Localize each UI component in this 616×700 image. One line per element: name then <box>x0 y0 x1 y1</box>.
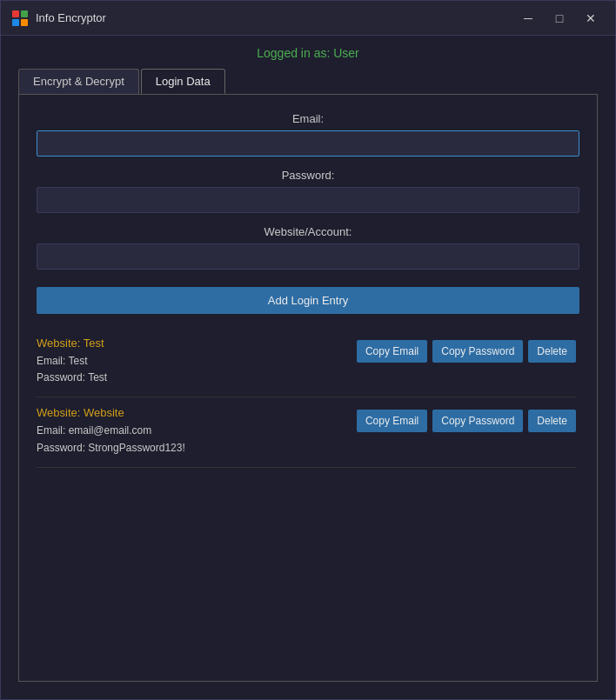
add-login-entry-button[interactable]: Add Login Entry <box>37 287 579 314</box>
app-window: Info Encryptor ─ □ ✕ Logged in as: User … <box>0 0 616 700</box>
minimize-button[interactable]: ─ <box>514 8 542 29</box>
entries-list: Website: Test Email: Test Password: Test… <box>37 328 579 663</box>
table-row: Website: Website Email: email@email.com … <box>37 397 576 467</box>
copy-email-button[interactable]: Copy Email <box>357 340 427 363</box>
content-area: Logged in as: User Encrypt & Decrypt Log… <box>1 36 615 699</box>
email-group: Email: <box>37 112 579 157</box>
website-input[interactable] <box>37 243 579 270</box>
tab-login-data[interactable]: Login Data <box>141 69 225 94</box>
window-controls: ─ □ ✕ <box>514 8 605 29</box>
copy-email-button[interactable]: Copy Email <box>357 410 427 432</box>
entry-email: Email: email@email.com <box>37 423 346 439</box>
table-row: Website: Test Email: Test Password: Test… <box>37 328 576 397</box>
email-input[interactable] <box>37 130 579 157</box>
entry-actions: Copy Email Copy Password Delete <box>357 337 576 363</box>
app-icon <box>11 10 29 27</box>
entry-website: Website: Test <box>37 337 346 350</box>
title-bar: Info Encryptor ─ □ ✕ <box>1 1 615 36</box>
entry-info: Website: Website Email: email@email.com … <box>37 406 346 456</box>
delete-button[interactable]: Delete <box>528 340 576 363</box>
website-group: Website/Account: <box>37 225 579 270</box>
tab-bar: Encrypt & Decrypt Login Data <box>18 69 598 94</box>
logged-in-status: Logged in as: User <box>18 36 598 69</box>
close-button[interactable]: ✕ <box>577 8 605 29</box>
entry-actions: Copy Email Copy Password Delete <box>357 406 576 432</box>
entry-password: Password: StrongPassword123! <box>37 440 346 457</box>
entry-email: Email: Test <box>37 353 346 370</box>
password-input[interactable] <box>37 187 579 213</box>
entry-website: Website: Website <box>37 406 346 419</box>
window-title: Info Encryptor <box>36 11 514 24</box>
copy-password-button[interactable]: Copy Password <box>432 410 523 432</box>
copy-password-button[interactable]: Copy Password <box>432 340 523 363</box>
password-group: Password: <box>37 169 579 213</box>
main-panel: Email: Password: Website/Account: Add Lo… <box>18 94 598 682</box>
website-label: Website/Account: <box>37 225 579 238</box>
entry-info: Website: Test Email: Test Password: Test <box>37 337 346 386</box>
tab-encrypt-decrypt[interactable]: Encrypt & Decrypt <box>18 69 139 94</box>
password-label: Password: <box>37 169 579 182</box>
delete-button[interactable]: Delete <box>528 410 576 432</box>
entry-password: Password: Test <box>37 370 346 386</box>
email-label: Email: <box>37 112 579 125</box>
maximize-button[interactable]: □ <box>546 8 573 29</box>
